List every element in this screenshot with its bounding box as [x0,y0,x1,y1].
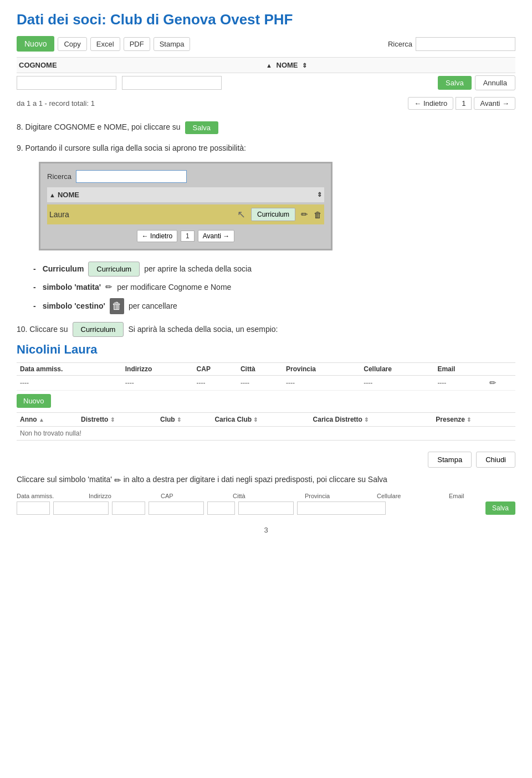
page-number-footer: 3 [17,526,515,534]
th-data-ammiss: Data ammiss. [17,362,122,375]
nuovo-button[interactable]: Nuovo [17,36,54,52]
ss-avanti-button[interactable]: Avanti → [198,230,234,242]
curriculum-button-1[interactable]: Curriculum [88,262,140,277]
ss-pagination: ← Indietro 1 Avanti → [47,230,324,242]
page-number-display: 1 [456,97,472,110]
member-name: Nicolini Laura [17,342,515,357]
data-fields-header: Data ammiss. Indirizzo CAP Città Provinc… [17,493,515,499]
table-header: COGNOME ▲ NOME ⇕ [17,57,515,73]
ss-indietro-button[interactable]: ← Indietro [137,230,177,242]
td-indirizzo: ---- [122,375,193,390]
th-email: Email [434,362,485,375]
th-actions [486,362,515,375]
bottom-instruction-text-after: in alto a destra per digitare i dati neg… [124,475,387,484]
bullet-curriculum: - Curriculum Curriculum per aprire la sc… [33,262,515,277]
bullet-curriculum-desc: per aprire la scheda della socia [144,263,252,275]
page-title: Dati dei soci: Club di Genova Ovest PHF [17,11,515,28]
col-nome-header: ▲ NOME ⇕ [266,61,513,69]
filter-row [17,76,438,90]
bullet-matita: - simbolo 'matita' ✏ per modificare Cogn… [33,281,515,294]
td-citta: ---- [237,375,283,390]
bottom-instruction: Cliccare sul simbolo 'matita' ✏ in alto … [17,473,515,488]
ss-curriculum-button[interactable]: Curriculum [251,208,295,221]
ss-pencil-icon[interactable]: ✏ [301,209,308,219]
th-carica-club: Carica Club ⇕ [211,412,309,426]
input-cellulare[interactable] [238,501,294,515]
ss-name-value: Laura [49,210,232,219]
nome-filter-input[interactable] [122,76,222,90]
ss-nome-col: NOME [58,191,317,199]
step10-curriculum-button[interactable]: Curriculum [73,322,124,337]
input-data-ammiss[interactable] [17,501,50,515]
dh-data-ammiss: Data ammiss. [17,493,83,499]
ss-data-row: Laura ↖ Curriculum ✏ 🗑 [47,204,324,224]
cognome-filter-input[interactable] [17,76,116,90]
screenshot-box: Ricerca ▲ NOME ⇕ Laura ↖ Curriculum ✏ 🗑 … [39,162,332,250]
stampa-button[interactable]: Stampa [154,37,191,51]
stampa-button-2[interactable]: Stampa [428,452,472,468]
th-presenze: Presenze ⇕ [432,412,515,426]
input-indirizzo[interactable] [53,501,109,515]
th-carica-distretto: Carica Distretto ⇕ [310,412,433,426]
pagination: ← Indietro 1 Avanti → [408,97,515,110]
td-data-ammiss: ---- [17,375,122,390]
input-provincia[interactable] [207,501,235,515]
salva-button-2[interactable]: Salva [485,501,515,515]
step8-text: 8. Digitare COGNOME e NOME, poi cliccare… [17,122,181,131]
input-email[interactable] [297,501,386,515]
ss-ricerca-row: Ricerca [47,170,324,183]
step8-instruction: 8. Digitare COGNOME e NOME, poi cliccare… [17,121,515,134]
ss-trash-icon[interactable]: 🗑 [314,210,322,219]
ss-ricerca-input[interactable] [76,170,187,183]
th-cellulare: Cellulare [360,362,434,375]
input-citta[interactable] [149,501,204,515]
search-input[interactable] [416,37,515,51]
ss-table-header: ▲ NOME ⇕ [47,187,324,202]
th-anno: Anno ▲ [17,412,78,426]
dh-indirizzo: Indirizzo [89,493,155,499]
th-distretto: Distretto ⇕ [78,412,157,426]
dh-cellulare: Cellulare [377,493,443,499]
nuovo-button-2[interactable]: Nuovo [17,394,51,408]
dh-provincia: Provincia [305,493,371,499]
salva-button[interactable]: Salva [438,76,472,90]
col-cognome-header: COGNOME [19,61,266,69]
th-indirizzo: Indirizzo [122,362,193,375]
bottom-actions: Stampa Chiudi [17,452,515,468]
td-email: ---- [434,375,485,390]
bullet-matita-desc: per modificare Cognome e Nome [117,281,231,293]
member-data-row: ---- ---- ---- ---- ---- ---- ---- ✏ [17,375,515,390]
annulla-button[interactable]: Annulla [475,75,515,90]
copy-button[interactable]: Copy [58,37,86,51]
search-label: Ricerca [388,40,412,48]
chiudi-button[interactable]: Chiudi [476,452,515,468]
input-cap[interactable] [112,501,145,515]
record-info: da 1 a 1 - record totali: 1 [17,99,95,108]
th-provincia: Provincia [283,362,360,375]
record-row: da 1 a 1 - record totali: 1 ← Indietro 1… [17,97,515,110]
step10-instruction: 10. Cliccare su Curriculum Si aprirà la … [17,322,515,337]
th-club: Club ⇕ [157,412,211,426]
not-found-text: Non ho trovato nulla! [17,426,515,440]
data-fields-inputs: Salva [17,501,515,515]
pdf-button[interactable]: PDF [124,37,150,51]
avanti-button[interactable]: Avanti → [474,97,515,110]
anno-table: Anno ▲ Distretto ⇕ Club ⇕ Carica Club ⇕ … [17,412,515,441]
th-cap: CAP [193,362,237,375]
excel-button[interactable]: Excel [90,37,120,51]
td-cellulare: ---- [360,375,434,390]
bottom-instruction-text-before: Cliccare sul simbolo 'matita' [17,475,112,484]
step9-instruction: 9. Portando il cursore sulla riga della … [17,142,515,154]
step10-text-after: Si aprirà la scheda della socia, un esem… [128,325,278,334]
action-row: Salva Annulla [438,75,515,90]
indietro-button[interactable]: ← Indietro [408,97,453,110]
ss-page: 1 [181,231,195,242]
td-cap: ---- [193,375,237,390]
dh-cap: CAP [161,493,227,499]
dh-citta: Città [233,493,299,499]
ss-ricerca-label: Ricerca [47,172,71,181]
toolbar: Nuovo Copy Excel PDF Stampa Ricerca [17,36,515,52]
step10-text-before: 10. Cliccare su [17,325,68,334]
td-edit-icon[interactable]: ✏ [486,375,515,390]
step8-salva-button[interactable]: Salva [185,121,219,134]
